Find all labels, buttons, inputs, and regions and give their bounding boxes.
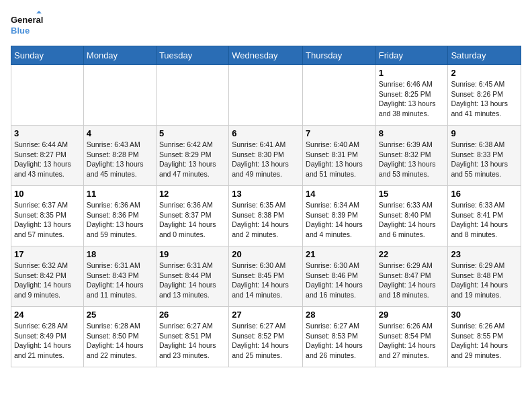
day-info: Sunrise: 6:30 AM Sunset: 8:45 PM Dayligh… [232,261,300,300]
day-info: Sunrise: 6:37 AM Sunset: 8:35 PM Dayligh… [14,200,81,240]
day-info: Sunrise: 6:46 AM Sunset: 8:25 PM Dayligh… [379,79,445,119]
day-number: 11 [87,189,153,199]
day-number: 5 [159,128,226,138]
calendar-cell: 13Sunrise: 6:35 AM Sunset: 8:38 PM Dayli… [229,186,303,246]
calendar-cell [303,65,376,126]
day-number: 22 [379,249,445,259]
day-info: Sunrise: 6:34 AM Sunset: 8:39 PM Dayligh… [306,200,373,240]
day-info: Sunrise: 6:33 AM Sunset: 8:40 PM Dayligh… [379,200,445,240]
day-info: Sunrise: 6:40 AM Sunset: 8:31 PM Dayligh… [306,140,373,179]
calendar-cell: 12Sunrise: 6:36 AM Sunset: 8:37 PM Dayli… [156,186,228,246]
calendar-body: 1Sunrise: 6:46 AM Sunset: 8:25 PM Daylig… [11,65,521,367]
day-info: Sunrise: 6:27 AM Sunset: 8:51 PM Dayligh… [159,321,226,361]
day-header-sunday: Sunday [11,46,84,65]
week-row-4: 17Sunrise: 6:32 AM Sunset: 8:42 PM Dayli… [11,246,521,307]
calendar-cell: 22Sunrise: 6:29 AM Sunset: 8:47 PM Dayli… [375,246,448,307]
calendar-cell: 18Sunrise: 6:31 AM Sunset: 8:43 PM Dayli… [83,246,156,307]
calendar-cell: 17Sunrise: 6:32 AM Sunset: 8:42 PM Dayli… [11,246,84,307]
calendar-cell: 2Sunrise: 6:45 AM Sunset: 8:26 PM Daylig… [448,65,521,126]
day-info: Sunrise: 6:36 AM Sunset: 8:37 PM Dayligh… [159,200,226,240]
day-number: 2 [451,68,518,78]
calendar-cell: 16Sunrise: 6:33 AM Sunset: 8:41 PM Dayli… [448,186,521,246]
day-info: Sunrise: 6:44 AM Sunset: 8:27 PM Dayligh… [14,140,81,179]
day-info: Sunrise: 6:43 AM Sunset: 8:28 PM Dayligh… [87,140,153,179]
calendar-cell: 21Sunrise: 6:30 AM Sunset: 8:46 PM Dayli… [303,246,376,307]
day-info: Sunrise: 6:26 AM Sunset: 8:54 PM Dayligh… [379,321,445,361]
header: General Blue [11,11,521,38]
calendar-cell: 6Sunrise: 6:41 AM Sunset: 8:30 PM Daylig… [229,126,303,186]
calendar-cell: 1Sunrise: 6:46 AM Sunset: 8:25 PM Daylig… [375,65,448,126]
day-number: 23 [451,249,518,259]
calendar-cell: 28Sunrise: 6:27 AM Sunset: 8:53 PM Dayli… [303,307,376,367]
day-header-thursday: Thursday [303,46,376,65]
day-info: Sunrise: 6:31 AM Sunset: 8:44 PM Dayligh… [159,261,226,300]
week-row-3: 10Sunrise: 6:37 AM Sunset: 8:35 PM Dayli… [11,186,521,246]
day-info: Sunrise: 6:26 AM Sunset: 8:55 PM Dayligh… [451,321,518,361]
calendar-cell: 10Sunrise: 6:37 AM Sunset: 8:35 PM Dayli… [11,186,84,246]
day-number: 27 [232,310,300,320]
day-number: 19 [159,249,226,259]
calendar-cell: 27Sunrise: 6:27 AM Sunset: 8:52 PM Dayli… [229,307,303,367]
day-header-friday: Friday [375,46,448,65]
svg-text:Blue: Blue [11,26,30,36]
day-header-monday: Monday [83,46,156,65]
calendar-cell: 15Sunrise: 6:33 AM Sunset: 8:40 PM Dayli… [375,186,448,246]
calendar-cell: 5Sunrise: 6:42 AM Sunset: 8:29 PM Daylig… [156,126,228,186]
day-info: Sunrise: 6:36 AM Sunset: 8:36 PM Dayligh… [87,200,153,240]
day-number: 26 [159,310,226,320]
calendar-cell: 9Sunrise: 6:38 AM Sunset: 8:33 PM Daylig… [448,126,521,186]
day-number: 25 [87,310,153,320]
day-number: 12 [159,189,226,199]
calendar-cell: 3Sunrise: 6:44 AM Sunset: 8:27 PM Daylig… [11,126,84,186]
week-row-2: 3Sunrise: 6:44 AM Sunset: 8:27 PM Daylig… [11,126,521,186]
svg-marker-1 [36,11,42,13]
day-number: 14 [306,189,373,199]
day-info: Sunrise: 6:28 AM Sunset: 8:50 PM Dayligh… [87,321,153,361]
calendar-table: SundayMondayTuesdayWednesdayThursdayFrid… [11,46,521,367]
day-info: Sunrise: 6:38 AM Sunset: 8:33 PM Dayligh… [451,140,518,179]
calendar-cell: 26Sunrise: 6:27 AM Sunset: 8:51 PM Dayli… [156,307,228,367]
day-number: 24 [14,310,81,320]
day-number: 17 [14,249,81,259]
day-info: Sunrise: 6:45 AM Sunset: 8:26 PM Dayligh… [451,79,518,119]
day-number: 18 [87,249,153,259]
day-number: 30 [451,310,518,320]
day-info: Sunrise: 6:30 AM Sunset: 8:46 PM Dayligh… [306,261,373,300]
calendar-cell [229,65,303,126]
day-info: Sunrise: 6:41 AM Sunset: 8:30 PM Dayligh… [232,140,300,179]
day-number: 21 [306,249,373,259]
day-number: 9 [451,128,518,138]
logo: General Blue [11,11,44,38]
calendar-cell: 23Sunrise: 6:29 AM Sunset: 8:48 PM Dayli… [448,246,521,307]
day-info: Sunrise: 6:27 AM Sunset: 8:52 PM Dayligh… [232,321,300,361]
day-number: 3 [14,128,81,138]
calendar-cell: 20Sunrise: 6:30 AM Sunset: 8:45 PM Dayli… [229,246,303,307]
day-number: 6 [232,128,300,138]
day-number: 20 [232,249,300,259]
calendar-cell: 25Sunrise: 6:28 AM Sunset: 8:50 PM Dayli… [83,307,156,367]
calendar-cell: 11Sunrise: 6:36 AM Sunset: 8:36 PM Dayli… [83,186,156,246]
day-number: 28 [306,310,373,320]
day-number: 7 [306,128,373,138]
day-number: 13 [232,189,300,199]
day-number: 10 [14,189,81,199]
week-row-5: 24Sunrise: 6:28 AM Sunset: 8:49 PM Dayli… [11,307,521,367]
day-header-saturday: Saturday [448,46,521,65]
day-header-wednesday: Wednesday [229,46,303,65]
calendar-cell [83,65,156,126]
days-header-row: SundayMondayTuesdayWednesdayThursdayFrid… [11,46,521,65]
day-info: Sunrise: 6:32 AM Sunset: 8:42 PM Dayligh… [14,261,81,300]
day-info: Sunrise: 6:33 AM Sunset: 8:41 PM Dayligh… [451,200,518,240]
logo-svg: General Blue [11,11,44,38]
calendar-cell [11,65,84,126]
day-info: Sunrise: 6:28 AM Sunset: 8:49 PM Dayligh… [14,321,81,361]
day-info: Sunrise: 6:27 AM Sunset: 8:53 PM Dayligh… [306,321,373,361]
calendar-cell: 30Sunrise: 6:26 AM Sunset: 8:55 PM Dayli… [448,307,521,367]
calendar-cell: 24Sunrise: 6:28 AM Sunset: 8:49 PM Dayli… [11,307,84,367]
day-info: Sunrise: 6:42 AM Sunset: 8:29 PM Dayligh… [159,140,226,179]
calendar-cell: 14Sunrise: 6:34 AM Sunset: 8:39 PM Dayli… [303,186,376,246]
day-number: 1 [379,68,445,78]
day-info: Sunrise: 6:31 AM Sunset: 8:43 PM Dayligh… [87,261,153,300]
day-number: 29 [379,310,445,320]
day-info: Sunrise: 6:29 AM Sunset: 8:48 PM Dayligh… [451,261,518,300]
